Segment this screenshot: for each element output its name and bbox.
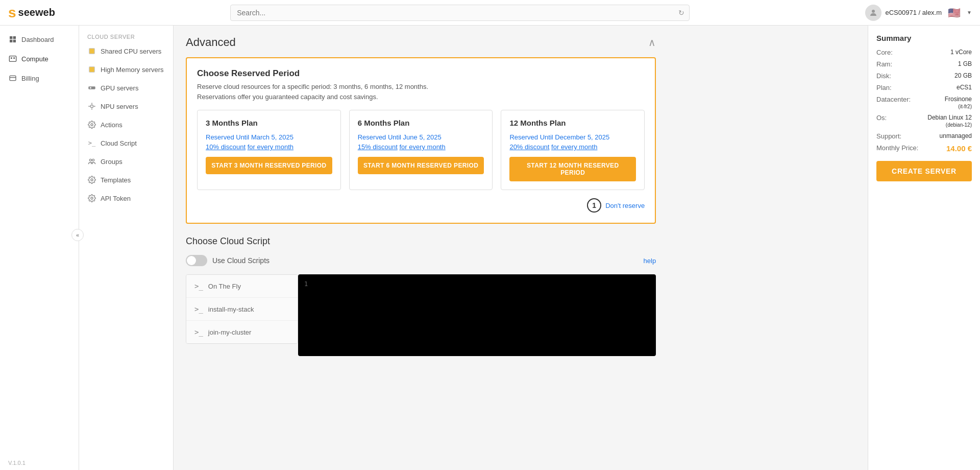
- svg-rect-4: [13, 40, 16, 42]
- cloud-script-section: Choose Cloud Script Use Cloud Scripts he…: [186, 236, 656, 356]
- plan-3month-until-label: Reserved Until: [206, 133, 249, 141]
- npu-icon: [87, 102, 96, 111]
- user-info[interactable]: eCS00971 / alex.m: [865, 5, 942, 21]
- plan-12month-until-label: Reserved Until: [509, 133, 553, 141]
- dont-reserve-link[interactable]: Don't reserve: [605, 202, 645, 209]
- svg-point-17: [92, 159, 94, 161]
- code-editor[interactable]: 1: [298, 274, 656, 356]
- script-prompt-2: >_: [194, 328, 203, 336]
- gpu-icon: [87, 83, 96, 92]
- plan-12month-discount: 20% discount for every month: [509, 143, 636, 151]
- summary-row-price: Monthly Price: 14.00 €: [876, 144, 972, 153]
- language-chevron-icon[interactable]: ▼: [967, 10, 972, 15]
- summary-os-value: Debian Linux 12(debian-12): [927, 114, 972, 128]
- help-link[interactable]: help: [644, 257, 656, 265]
- plan-3month-discount-label: 10% discount: [206, 143, 246, 151]
- sidebar-item-shared-cpu[interactable]: Shared CPU servers: [79, 42, 173, 60]
- logo: sseeweb: [8, 5, 55, 21]
- sidebar-item-groups[interactable]: Groups: [79, 152, 173, 171]
- sidebar-item-compute[interactable]: Compute: [0, 49, 79, 68]
- plan-6month-discount-suffix: for every month: [399, 143, 445, 151]
- summary-support-label: Support:: [876, 132, 901, 140]
- script-name-on-the-fly: On The Fly: [208, 283, 241, 290]
- plan-3month-discount: 10% discount for every month: [206, 143, 332, 151]
- svg-rect-3: [10, 40, 12, 42]
- svg-rect-5: [9, 56, 16, 62]
- start-12month-button[interactable]: START 12 MONTH RESERVED PERIOD: [509, 157, 636, 181]
- sidebar-item-api-token[interactable]: API Token: [79, 189, 173, 207]
- sidebar-item-actions[interactable]: Actions: [79, 115, 173, 134]
- plan-card-3month: 3 Months Plan Reserved Until March 5, 20…: [197, 110, 341, 190]
- summary-row-disk: Disk: 20 GB: [876, 72, 972, 80]
- summary-os-label: Os:: [876, 114, 887, 128]
- user-name: eCS00971 / alex.m: [886, 9, 942, 16]
- topbar: sseeweb ↻ eCS00971 / alex.m 🇺🇸 ▼: [0, 0, 980, 26]
- sidebar-item-gpu[interactable]: GPU servers: [79, 79, 173, 97]
- sidebar-item-cloud-script-label: Cloud Script: [101, 139, 137, 147]
- sidebar-item-npu[interactable]: NPU servers: [79, 97, 173, 115]
- sidebar-item-dashboard[interactable]: Dashboard: [0, 30, 79, 49]
- sidebar-item-dashboard-label: Dashboard: [21, 36, 54, 43]
- summary-row-datacenter: Datacenter: Frosinone(it-fr2): [876, 96, 972, 110]
- sidebar-item-templates-label: Templates: [101, 176, 131, 184]
- language-flag[interactable]: 🇺🇸: [948, 7, 961, 19]
- summary-row-os: Os: Debian Linux 12(debian-12): [876, 114, 972, 128]
- cloud-script-icon: >_: [87, 138, 96, 148]
- compute-icon: [8, 54, 17, 63]
- script-item-join-my-cluster[interactable]: >_ join-my-cluster: [186, 321, 298, 343]
- summary-support-value: unmanaged: [940, 132, 972, 140]
- scripts-list-container: >_ On The Fly >_ install-my-stack >_ joi…: [186, 274, 298, 344]
- create-server-button[interactable]: CREATE SERVER: [876, 161, 972, 181]
- advanced-section-title: Advanced: [186, 36, 236, 49]
- plan-6month-discount: 15% discount for every month: [358, 143, 484, 151]
- reserved-period-title: Choose Reserved Period: [197, 68, 645, 79]
- use-cloud-scripts-toggle[interactable]: [186, 255, 207, 266]
- svg-rect-8: [10, 76, 16, 80]
- sidebar-item-billing[interactable]: Billing: [0, 68, 79, 88]
- reserved-desc-line1: Reserve cloud resources for a specific p…: [197, 83, 428, 90]
- plan-6month-until-date: June 5, 2025: [403, 133, 442, 141]
- sidebar-item-actions-label: Actions: [101, 121, 122, 129]
- svg-rect-11: [89, 67, 95, 73]
- user-avatar: [865, 5, 881, 21]
- cloud-script-title: Choose Cloud Script: [186, 236, 656, 247]
- reserved-period-description: Reserve cloud resources for a specific p…: [197, 82, 645, 102]
- templates-icon: [87, 175, 96, 184]
- search-refresh-icon[interactable]: ↻: [678, 9, 684, 17]
- sidebar-item-templates[interactable]: Templates: [79, 171, 173, 189]
- script-item-on-the-fly[interactable]: >_ On The Fly: [186, 275, 298, 298]
- summary-core-value: 1 vCore: [950, 49, 972, 56]
- search-container: ↻: [230, 5, 690, 21]
- start-6month-button[interactable]: START 6 MONTH RESERVED PERIOD: [358, 157, 484, 174]
- advanced-collapse-icon[interactable]: ∧: [648, 36, 656, 49]
- plan-12month-until: Reserved Until December 5, 2025: [509, 133, 636, 141]
- plan-3month-discount-suffix: for every month: [248, 143, 293, 151]
- start-3month-button[interactable]: START 3 MONTH RESERVED PERIOD: [206, 157, 332, 174]
- shared-cpu-icon: [87, 46, 96, 56]
- sidebar-item-cloud-script[interactable]: >_ Cloud Script: [79, 134, 173, 152]
- sidebar-item-npu-label: NPU servers: [101, 103, 138, 110]
- plan-6month-until-label: Reserved Until: [358, 133, 401, 141]
- sidebar-collapse-button[interactable]: «: [71, 229, 84, 241]
- summary-row-ram: Ram: 1 GB: [876, 60, 972, 68]
- topbar-right: eCS00971 / alex.m 🇺🇸 ▼: [865, 5, 972, 21]
- svg-point-14: [90, 105, 93, 107]
- script-item-install-my-stack[interactable]: >_ install-my-stack: [186, 298, 298, 321]
- svg-rect-2: [13, 36, 16, 39]
- plan-6month-until: Reserved Until June 5, 2025: [358, 133, 484, 141]
- plan-cards-container: 3 Months Plan Reserved Until March 5, 20…: [197, 110, 645, 190]
- summary-datacenter-label: Datacenter:: [876, 96, 911, 110]
- dashboard-icon: [8, 35, 17, 44]
- script-prompt-1: >_: [194, 305, 203, 313]
- editor-line-number: 1: [304, 280, 308, 288]
- summary-panel: Summary Core: 1 vCore Ram: 1 GB Disk: 20…: [868, 26, 980, 470]
- summary-price-value: 14.00 €: [946, 144, 972, 153]
- svg-rect-6: [11, 57, 12, 59]
- plan-3month-name: 3 Months Plan: [206, 119, 332, 127]
- api-token-icon: [87, 194, 96, 203]
- search-input[interactable]: [230, 5, 690, 21]
- sidebar-item-high-memory[interactable]: High Memory servers: [79, 60, 173, 79]
- topbar-left: sseeweb: [8, 5, 55, 21]
- version-label: V.1.0.1: [0, 456, 79, 470]
- reserved-desc-line2: Reservations offer you guaranteed capaci…: [197, 93, 378, 101]
